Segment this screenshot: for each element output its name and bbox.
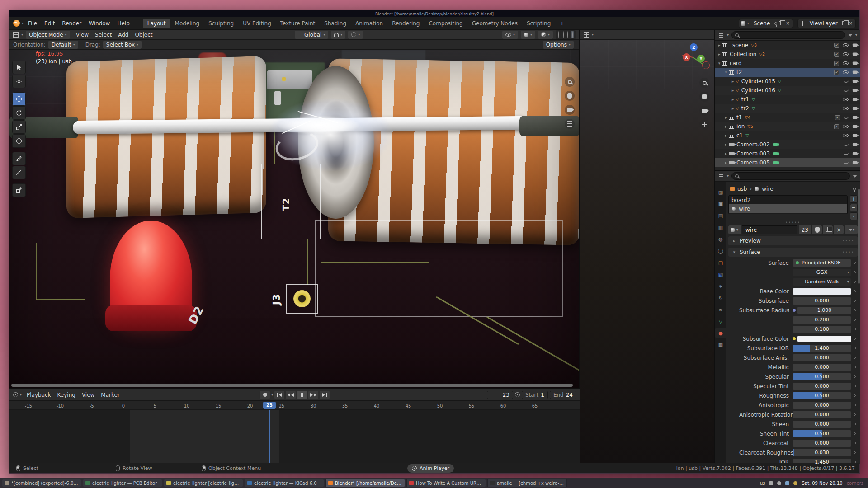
taskbar-window-schematic[interactable]: electric_lighter [electric_lighter] — Sc… xyxy=(164,479,243,487)
expand-icon[interactable]: ▸ xyxy=(723,151,729,156)
expand-icon[interactable]: ▸ xyxy=(730,106,736,111)
previous-keyframe-button[interactable] xyxy=(286,391,296,399)
disable-render-icon[interactable] xyxy=(853,89,857,92)
number-field[interactable]: 0.000 xyxy=(793,297,851,305)
disable-render-icon[interactable] xyxy=(853,80,857,83)
outliner-row-card[interactable]: ▾card✓ xyxy=(715,59,860,68)
auto-key-button[interactable] xyxy=(260,391,270,399)
eye-closed-icon[interactable] xyxy=(844,80,849,83)
gizmo-x-negative[interactable] xyxy=(702,61,710,69)
blender-logo-icon[interactable] xyxy=(13,20,20,27)
viewport-menu-select[interactable]: Select xyxy=(92,31,115,39)
editor-type-icon[interactable] xyxy=(584,32,589,38)
disable-render-icon[interactable] xyxy=(853,134,857,137)
keyframe-dot[interactable] xyxy=(851,300,858,302)
properties-tab-view-layer[interactable]: ▥ xyxy=(715,222,726,232)
outliner-row-camera.005[interactable]: ▸Camera.005 xyxy=(715,158,860,167)
jump-to-start-button[interactable] xyxy=(274,391,284,399)
scene-browse-icon[interactable] xyxy=(741,21,745,26)
properties-tab-physics[interactable]: ↻ xyxy=(715,293,726,303)
editor-type-icon[interactable] xyxy=(13,32,19,38)
keyframe-dot[interactable] xyxy=(851,271,858,273)
properties-scrollbar[interactable] xyxy=(858,189,860,284)
keyframe-dot[interactable] xyxy=(851,262,858,264)
drag-dropdown[interactable]: Select Box▾ xyxy=(103,41,142,49)
tool-annotate-button[interactable] xyxy=(12,152,26,165)
slider-field[interactable]: 0.030 xyxy=(793,449,851,456)
slider-field[interactable]: 1.400 xyxy=(793,345,851,352)
new-material-button[interactable] xyxy=(823,225,833,234)
number-field[interactable]: 0.100 xyxy=(793,326,851,333)
breadcrumb-material[interactable]: wire xyxy=(762,186,773,192)
number-field[interactable]: 0.000 xyxy=(793,364,851,371)
camera-view-button[interactable] xyxy=(699,106,709,116)
current-frame-badge[interactable]: 23 xyxy=(263,402,276,409)
shading-material-button[interactable] xyxy=(566,31,570,38)
eye-icon[interactable] xyxy=(843,125,849,128)
remove-slot-button[interactable]: − xyxy=(850,204,858,211)
properties-tab-world[interactable]: ◯ xyxy=(715,246,726,256)
exclude-checkbox[interactable]: ✓ xyxy=(835,115,840,120)
disable-render-icon[interactable] xyxy=(853,98,857,101)
outliner-search-input[interactable] xyxy=(731,31,845,39)
menu-edit[interactable]: Edit xyxy=(41,19,58,28)
jump-to-end-button[interactable] xyxy=(320,391,330,399)
users-count-badge[interactable]: 23 xyxy=(799,225,811,234)
expand-icon[interactable]: ▸ xyxy=(723,115,729,120)
outliner-display-mode-icon[interactable] xyxy=(719,35,723,36)
menu-window[interactable]: Window xyxy=(85,19,113,28)
next-keyframe-button[interactable] xyxy=(308,391,318,399)
viewport-scrollbar[interactable] xyxy=(11,384,573,387)
color-swatch[interactable] xyxy=(793,288,851,295)
unlink-material-button[interactable]: × xyxy=(834,225,844,234)
browse-material-button[interactable]: ▾ xyxy=(728,225,741,234)
gizmo-z-axis[interactable]: Z xyxy=(690,43,698,51)
zoom-button[interactable] xyxy=(565,77,575,87)
viewlayer-name[interactable]: ViewLayer xyxy=(807,20,840,27)
keyframe-dot[interactable] xyxy=(851,338,858,340)
disable-render-icon[interactable] xyxy=(853,116,857,119)
expand-icon[interactable]: ▸ xyxy=(717,52,722,56)
workspace-tab-modeling[interactable]: Modeling xyxy=(170,19,204,28)
workspace-tab-sculpting[interactable]: Sculpting xyxy=(204,19,238,28)
disable-render-icon[interactable] xyxy=(853,161,857,164)
transform-orientation-dropdown[interactable]: Global▾ xyxy=(295,31,328,39)
slider-field[interactable]: 0.500 xyxy=(793,373,851,380)
disable-render-icon[interactable] xyxy=(853,125,857,128)
keyframe-dot[interactable] xyxy=(851,451,858,454)
frame-start-field[interactable]: Start1 xyxy=(522,391,548,399)
outliner-row-cylinder.016[interactable]: ▸▽Cylinder.016▽ xyxy=(715,86,860,95)
keyframe-dot[interactable] xyxy=(851,432,858,435)
workspace-tab-uv-editing[interactable]: UV Editing xyxy=(238,19,276,28)
workspace-tab-scripting[interactable]: Scripting xyxy=(522,19,555,28)
color-swatch[interactable] xyxy=(797,336,851,342)
eye-icon[interactable] xyxy=(843,70,849,74)
menu-file[interactable]: File xyxy=(24,19,41,28)
pan-hand-button[interactable] xyxy=(565,91,575,101)
scene-name[interactable]: Scene xyxy=(751,20,773,27)
expand-icon[interactable]: ▸ xyxy=(723,142,729,147)
add-slot-button[interactable]: + xyxy=(850,195,858,203)
workspace-tab-rendering[interactable]: Rendering xyxy=(387,19,424,28)
material-filter-dropdown[interactable]: ▾ xyxy=(845,225,858,234)
properties-tab-particles[interactable]: ∗ xyxy=(715,281,726,291)
keyframe-dot[interactable] xyxy=(851,413,858,416)
properties-tab-render[interactable]: ▣ xyxy=(715,199,726,209)
gizmo-x-axis[interactable]: X xyxy=(683,53,690,61)
preview-panel-header[interactable]: ▸Preview •••• xyxy=(728,236,858,245)
number-field[interactable]: 0.000 xyxy=(793,383,851,390)
keyframe-dot[interactable] xyxy=(851,328,858,330)
workspace-tab-geometry-nodes[interactable]: Geometry Nodes xyxy=(467,19,522,28)
taskbar-window-gimp[interactable]: *[combined] (exported)-6.0 (RGB color 8-… xyxy=(2,479,81,487)
eye-closed-icon[interactable] xyxy=(844,153,849,155)
select-field[interactable]: Random Walk▾ xyxy=(793,278,851,286)
properties-tab-scene[interactable]: ◍ xyxy=(715,234,726,244)
properties-tab-object[interactable]: ▢ xyxy=(715,258,726,267)
viewport-secondary[interactable]: ▾ ZYX xyxy=(580,30,715,464)
exclude-checkbox[interactable]: ✓ xyxy=(834,124,839,129)
material-name-field[interactable]: wire xyxy=(742,225,797,234)
keyboard-layout-indicator[interactable]: us xyxy=(760,481,765,486)
window-titlebar[interactable]: Blender* [/home/amalie/Desktop/blender/c… xyxy=(9,10,859,17)
viewport-canvas[interactable]: T2 J3 D2 fps: 16.95 (23) ion | usb xyxy=(9,50,579,388)
eye-icon[interactable] xyxy=(843,98,849,101)
